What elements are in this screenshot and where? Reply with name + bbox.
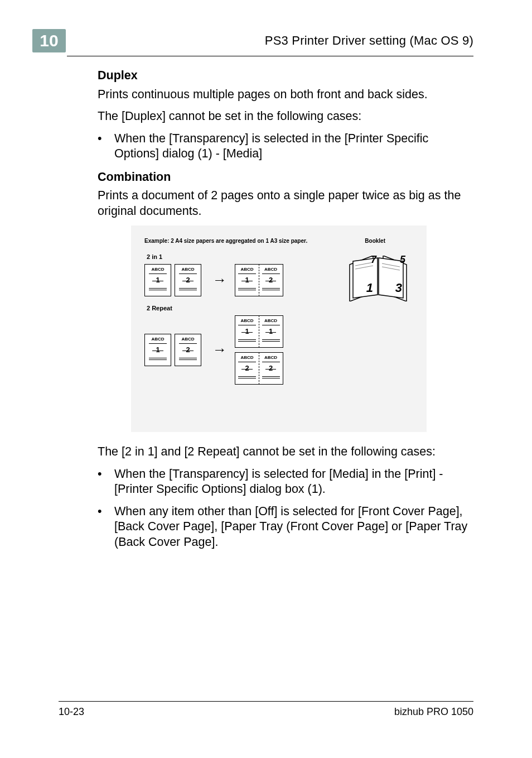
page-line — [149, 290, 167, 290]
booklet-back-right-num: 5 — [400, 253, 405, 266]
page-num-2: 2 — [269, 276, 273, 285]
page-num-1: 1 — [245, 276, 249, 285]
page-line — [149, 343, 167, 344]
page-line — [238, 325, 256, 325]
page-box-2repeat-result-1: ABCD 1 ABCD 1 — [235, 315, 283, 348]
page-line — [262, 378, 280, 378]
booklet-back-left-num: 7 — [371, 253, 376, 266]
page-line — [238, 274, 256, 274]
page-box-2repeat-src-2: ABCD 2 — [175, 334, 201, 366]
page-line — [179, 288, 197, 289]
header-title: PS3 Printer Driver setting (Mac OS 9) — [265, 33, 473, 48]
combination-bullet-1-text: When the [Transparency] is selected for … — [114, 467, 473, 497]
footer-page-number: 10-23 — [59, 706, 84, 718]
combination-figure: Example: 2 A4 size papers are aggregated… — [131, 226, 427, 432]
page-line — [262, 274, 280, 274]
page-line — [262, 339, 280, 340]
arrow-right-icon: → — [212, 340, 227, 359]
page-box-2in1-src-2: ABCD 2 — [175, 264, 201, 296]
page-line — [238, 290, 256, 290]
label-2repeat: 2 Repeat — [147, 304, 413, 312]
booklet-front-right-num: 3 — [395, 280, 402, 296]
booklet-page-right: 5 3 — [378, 256, 408, 299]
abcd-label: ABCD — [151, 337, 164, 342]
page-line — [238, 341, 256, 342]
page-line — [179, 358, 197, 358]
page-num-2: 2 — [186, 346, 190, 355]
page-num-1: 1 — [245, 327, 249, 337]
page-num-2: 2 — [186, 276, 190, 285]
duplex-note: The [Duplex] cannot be set in the follow… — [98, 109, 473, 124]
combination-bullet-2: • When any item other than [Off] is sele… — [98, 504, 473, 550]
page-num-2: 2 — [245, 364, 249, 373]
abcd-label: ABCD — [240, 318, 253, 324]
page-line — [179, 290, 197, 290]
abcd-label: ABCD — [240, 267, 253, 272]
booklet-diagram: 7 1 5 3 — [349, 256, 408, 299]
page-line — [238, 378, 256, 378]
arrow-right-icon: → — [212, 271, 227, 289]
page-line — [149, 288, 167, 289]
header-rule — [67, 56, 473, 56]
page-line — [149, 274, 167, 274]
page-line — [262, 288, 280, 289]
page-box-2repeat-src-1: ABCD 1 — [144, 334, 171, 366]
page-line — [238, 376, 256, 377]
page-line — [238, 288, 256, 289]
duplex-heading: Duplex — [98, 68, 473, 84]
duplex-bullet-1-text: When the [Transparency] is selected in t… — [114, 131, 473, 162]
page-box-2in1-result: ABCD 1 ABCD 2 — [235, 264, 283, 296]
page-line — [262, 290, 280, 290]
combination-heading: Combination — [98, 170, 473, 185]
duplex-intro: Prints continuous multiple pages on both… — [98, 87, 473, 103]
page-line — [238, 339, 256, 340]
figure-caption-left: Example: 2 A4 size papers are aggregated… — [144, 238, 307, 245]
page-box-2in1-src-1: ABCD 1 — [144, 264, 171, 296]
page-num-2: 2 — [269, 364, 273, 373]
page-line — [262, 341, 280, 342]
page-num-1: 1 — [156, 276, 159, 285]
abcd-label: ABCD — [264, 318, 277, 324]
duplex-bullet-1: • When the [Transparency] is selected in… — [98, 131, 473, 162]
page-line — [149, 358, 167, 358]
abcd-label: ABCD — [181, 337, 194, 342]
booklet-front-left-num: 1 — [366, 280, 373, 296]
chapter-number-badge: 10 — [32, 29, 66, 52]
combination-intro: Prints a document of 2 pages onto a sing… — [98, 188, 473, 219]
page-line — [238, 362, 256, 362]
abcd-label: ABCD — [151, 267, 164, 272]
bullet-dot-icon: • — [98, 467, 114, 497]
page-line — [262, 325, 280, 325]
combination-note: The [2 in 1] and [2 Repeat] cannot be se… — [98, 444, 473, 460]
page-line — [149, 359, 167, 360]
figure-caption-right: Booklet — [365, 238, 385, 245]
page-line — [179, 359, 197, 360]
page-line — [179, 343, 197, 344]
page-line — [179, 274, 197, 274]
abcd-label: ABCD — [240, 355, 253, 361]
bullet-dot-icon: • — [98, 504, 114, 550]
footer-product-name: bizhub PRO 1050 — [394, 706, 473, 718]
abcd-label: ABCD — [181, 267, 194, 272]
combination-bullet-1: • When the [Transparency] is selected fo… — [98, 467, 473, 497]
page-num-1: 1 — [156, 346, 159, 355]
bullet-dot-icon: • — [98, 131, 114, 162]
abcd-label: ABCD — [264, 355, 277, 361]
page-line — [262, 376, 280, 377]
booklet-page-left: 7 1 — [349, 256, 379, 299]
page-box-2repeat-result-2: ABCD 2 ABCD 2 — [235, 352, 283, 385]
page-line — [262, 362, 280, 362]
abcd-label: ABCD — [264, 267, 277, 272]
page-num-1: 1 — [269, 327, 273, 337]
combination-bullet-2-text: When any item other than [Off] is select… — [114, 504, 473, 550]
